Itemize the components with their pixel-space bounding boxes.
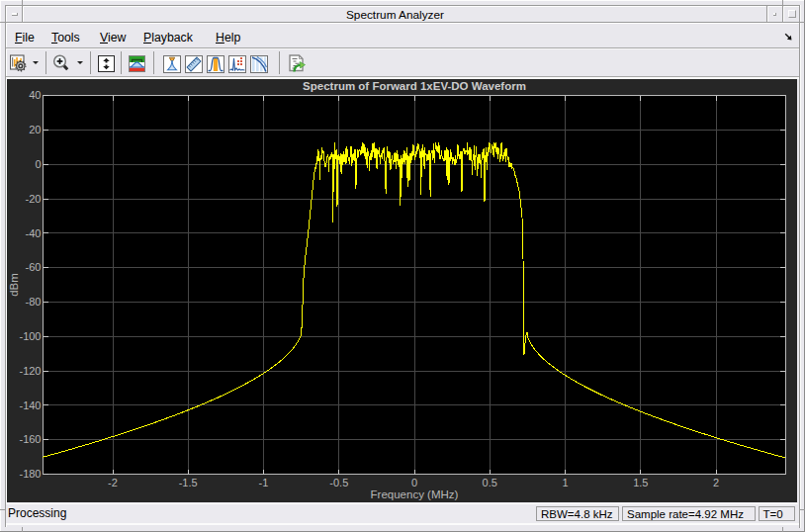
svg-text:1: 1 [562, 477, 568, 488]
svg-text:-1.5: -1.5 [179, 477, 198, 488]
svg-text:0: 0 [35, 158, 41, 170]
svg-text:1.5: 1.5 [633, 477, 648, 488]
svg-text:Spectrum of Forward 1xEV-DO Wa: Spectrum of Forward 1xEV-DO Waveform [303, 80, 526, 92]
svg-text:-140: -140 [19, 399, 41, 411]
svg-text:0.5: 0.5 [483, 477, 497, 488]
svg-text:40: 40 [29, 89, 41, 101]
svg-text:-0.5: -0.5 [329, 477, 348, 488]
svg-text:-100: -100 [19, 330, 41, 342]
svg-text:-80: -80 [26, 296, 42, 308]
svg-text:-180: -180 [19, 468, 41, 480]
svg-text:-40: -40 [26, 227, 42, 239]
svg-text:-2: -2 [108, 477, 118, 488]
svg-text:2: 2 [713, 477, 719, 488]
svg-text:Frequency (MHz): Frequency (MHz) [371, 488, 459, 500]
svg-text:dBm: dBm [8, 273, 20, 297]
svg-text:-160: -160 [19, 433, 41, 445]
svg-text:-60: -60 [26, 261, 42, 273]
svg-text:-120: -120 [19, 365, 41, 377]
svg-text:0: 0 [411, 477, 417, 488]
svg-text:-20: -20 [26, 193, 42, 205]
svg-text:-1: -1 [259, 477, 269, 488]
svg-text:20: 20 [29, 124, 41, 135]
